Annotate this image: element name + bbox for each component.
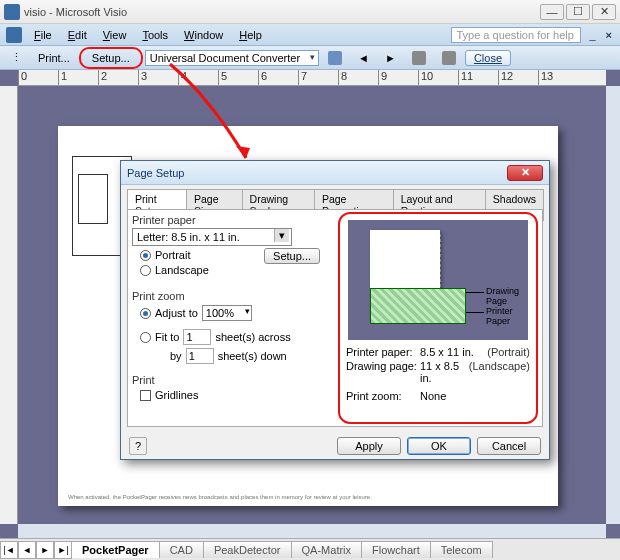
menu-tools[interactable]: Tools xyxy=(134,27,176,43)
app-icon xyxy=(4,4,20,20)
help-icon[interactable]: ? xyxy=(129,437,147,455)
tab-nav-first[interactable]: |◄ xyxy=(0,541,18,559)
dialog-titlebar[interactable]: Page Setup ✕ xyxy=(121,161,549,185)
leader-line xyxy=(466,292,484,293)
toolbar-grip: ⋮ xyxy=(4,49,29,67)
vertical-scrollbar[interactable] xyxy=(606,86,620,524)
paper-size-combo[interactable]: Letter: 8.5 in. x 11 in. xyxy=(132,228,292,246)
menu-edit[interactable]: Edit xyxy=(60,27,95,43)
menu-view[interactable]: View xyxy=(95,27,135,43)
horizontal-ruler: 012345678910111213 xyxy=(18,70,606,86)
print-group-label: Print xyxy=(132,374,322,386)
page-tab-telecom[interactable]: Telecom xyxy=(430,541,493,558)
sheets-down-label: sheet(s) down xyxy=(218,350,287,362)
toolbar-zoom2-icon[interactable] xyxy=(435,49,463,67)
page-tab-flowchart[interactable]: Flowchart xyxy=(361,541,431,558)
page-footer-text: When activated, the PocketPager receives… xyxy=(68,494,548,500)
preview-printer-paper-label: Printer Paper xyxy=(486,306,528,326)
tab-nav-next[interactable]: ► xyxy=(36,541,54,559)
printer-dropdown[interactable]: Universal Document Converter xyxy=(145,50,319,66)
preview-panel-highlight: Drawing Page Printer Paper Printer paper… xyxy=(338,212,538,424)
menu-bar: File Edit View Tools Window Help Type a … xyxy=(0,24,620,46)
info-printer-paper: Printer paper: 8.5 x 11 in. (Portrait) xyxy=(346,346,530,358)
gridlines-label: Gridlines xyxy=(155,389,198,401)
fit-to-label: Fit to xyxy=(155,331,179,343)
page-tab-peakdetector[interactable]: PeakDetector xyxy=(203,541,292,558)
toolbar-zoom-icon[interactable] xyxy=(405,49,433,67)
help-search-input[interactable]: Type a question for help xyxy=(451,27,581,43)
sheets-down-input[interactable]: 1 xyxy=(186,348,214,364)
menu-file[interactable]: File xyxy=(26,27,60,43)
dialog-footer: ? Apply OK Cancel xyxy=(129,437,541,455)
leader-line-2 xyxy=(466,312,484,313)
portrait-label: Portrait xyxy=(155,249,190,261)
window-maximize-button[interactable]: ☐ xyxy=(566,4,590,20)
apply-button[interactable]: Apply xyxy=(337,437,401,455)
cancel-button[interactable]: Cancel xyxy=(477,437,541,455)
preview-drawing-page-label: Drawing Page xyxy=(486,286,528,306)
dialog-left-column: Printer paper Letter: 8.5 in. x 11 in. P… xyxy=(132,212,322,404)
toolbar-prev-icon[interactable]: ◄ xyxy=(351,49,376,67)
dialog-title: Page Setup xyxy=(127,167,507,179)
landscape-label: Landscape xyxy=(155,264,209,276)
page-tabs-bar: |◄ ◄ ► ►| PocketPager CAD PeakDetector Q… xyxy=(0,538,620,560)
dialog-close-button[interactable]: ✕ xyxy=(507,165,543,181)
print-button[interactable]: Print... xyxy=(31,49,77,67)
adjust-to-radio[interactable] xyxy=(140,308,151,319)
sheets-across-label: sheet(s) across xyxy=(215,331,290,343)
printer-paper-label: Printer paper xyxy=(132,214,322,226)
vertical-ruler xyxy=(0,86,18,524)
adjust-to-label: Adjust to xyxy=(155,307,198,319)
ok-button[interactable]: OK xyxy=(407,437,471,455)
page-tab-pocketpager[interactable]: PocketPager xyxy=(71,541,160,558)
dialog-body: Printer paper Letter: 8.5 in. x 11 in. P… xyxy=(127,209,543,427)
preview-drawing-page xyxy=(370,288,466,324)
window-close-button[interactable]: ✕ xyxy=(592,4,616,20)
preview-canvas: Drawing Page Printer Paper xyxy=(348,220,528,340)
by-label: by xyxy=(170,350,182,362)
adjust-to-value[interactable]: 100% xyxy=(202,305,252,321)
page-tab-qamatrix[interactable]: QA-Matrix xyxy=(291,541,363,558)
toolbar-save-icon[interactable] xyxy=(321,49,349,67)
fit-to-radio[interactable] xyxy=(140,332,151,343)
horizontal-scrollbar[interactable] xyxy=(18,524,606,538)
window-titlebar: visio - Microsoft Visio — ☐ ✕ xyxy=(0,0,620,24)
toolbar: ⋮ Print... Setup... Universal Document C… xyxy=(0,46,620,70)
landscape-radio[interactable] xyxy=(140,265,151,276)
menu-minimize-doc[interactable]: _ xyxy=(585,29,599,41)
toolbar-next-icon[interactable]: ► xyxy=(378,49,403,67)
tab-nav-last[interactable]: ►| xyxy=(54,541,72,559)
window-minimize-button[interactable]: — xyxy=(540,4,564,20)
menu-help[interactable]: Help xyxy=(231,27,270,43)
page-shape-inner xyxy=(78,174,108,224)
portrait-radio[interactable] xyxy=(140,250,151,261)
setup-button[interactable]: Setup... xyxy=(85,49,137,67)
tab-nav-prev[interactable]: ◄ xyxy=(18,541,36,559)
setup-button-highlight: Setup... xyxy=(79,47,143,69)
print-zoom-label: Print zoom xyxy=(132,290,322,302)
close-preview-button[interactable]: Close xyxy=(465,50,511,66)
menu-close-doc[interactable]: × xyxy=(600,29,618,41)
info-drawing-page: Drawing page: 11 x 8.5 in. (Landscape) xyxy=(346,360,530,384)
gridlines-checkbox[interactable] xyxy=(140,390,151,401)
window-title: visio - Microsoft Visio xyxy=(24,6,540,18)
info-print-zoom: Print zoom: None xyxy=(346,390,530,402)
visio-icon xyxy=(6,27,22,43)
page-setup-dialog: Page Setup ✕ Print Setup Page Size Drawi… xyxy=(120,160,550,460)
printer-setup-button[interactable]: Setup... xyxy=(264,248,320,264)
page-tab-cad[interactable]: CAD xyxy=(159,541,204,558)
sheets-across-input[interactable]: 1 xyxy=(183,329,211,345)
menu-window[interactable]: Window xyxy=(176,27,231,43)
